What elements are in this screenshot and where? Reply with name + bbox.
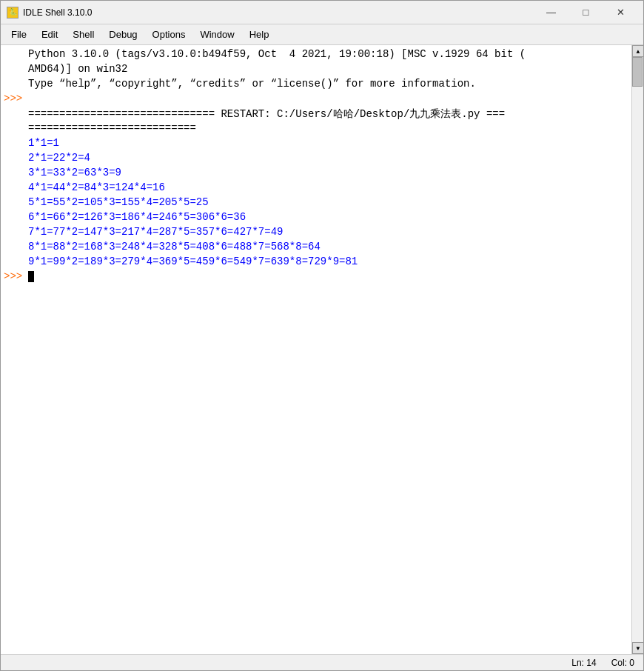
menu-help[interactable]: Help [242, 26, 277, 43]
prompt-empty-11 [1, 196, 27, 211]
line-content-1: Python 3.10.0 (tags/v3.10.0:b494f59, Oct… [27, 48, 631, 63]
prompt-empty-6 [1, 122, 27, 137]
line-7: 1*1=1 [1, 137, 631, 152]
menu-shell[interactable]: Shell [65, 26, 101, 43]
line-1: Python 3.10.0 (tags/v3.10.0:b494f59, Oct… [1, 48, 631, 63]
line-content-5: ============================== RESTART: … [27, 107, 631, 122]
line-4: >>> [1, 93, 631, 107]
line-content-12: 6*1=66*2=126*3=186*4=246*5=306*6=36 [27, 211, 631, 226]
title-bar: 🐍 IDLE Shell 3.10.0 — □ ✕ [1, 1, 643, 24]
line-3: Type “help”, “copyright”, “credits” or “… [1, 78, 631, 93]
prompt-4: >>> [1, 93, 27, 107]
line-content-15: 9*1=99*2=189*3=279*4=369*5=459*6=549*7=6… [27, 256, 631, 270]
scroll-down-button[interactable]: ▼ [632, 642, 643, 654]
line-content-14: 8*1=88*2=168*3=248*4=328*5=408*6=488*7=5… [27, 241, 631, 256]
line-content-3: Type “help”, “copyright”, “credits” or “… [27, 78, 631, 93]
line-content-13: 7*1=77*2=147*3=217*4=287*5=357*6=427*7=4… [27, 226, 631, 241]
shell-output[interactable]: Python 3.10.0 (tags/v3.10.0:b494f59, Oct… [1, 45, 631, 654]
prompt-empty-10 [1, 181, 27, 196]
minimize-button[interactable]: — [534, 4, 568, 21]
prompt-empty-13 [1, 226, 27, 241]
line-content-8: 2*1=22*2=4 [27, 152, 631, 167]
line-5: ============================== RESTART: … [1, 107, 631, 122]
line-15: 9*1=99*2=189*3=279*4=369*5=459*6=549*7=6… [1, 256, 631, 270]
menu-bar: File Edit Shell Debug Options Window Hel… [1, 24, 643, 45]
prompt-empty-5 [1, 107, 27, 122]
menu-window[interactable]: Window [192, 26, 241, 43]
line-content-16 [27, 270, 631, 285]
prompt-empty-3 [1, 78, 27, 93]
line-content-7: 1*1=1 [27, 137, 631, 152]
scrollbar-thumb[interactable] [632, 57, 643, 87]
line-6: =========================== [1, 122, 631, 137]
prompt-empty-12 [1, 211, 27, 226]
shell-content: Python 3.10.0 (tags/v3.10.0:b494f59, Oct… [1, 45, 643, 654]
line-12: 6*1=66*2=126*3=186*4=246*5=306*6=36 [1, 211, 631, 226]
prompt-empty-2 [1, 63, 27, 78]
menu-edit[interactable]: Edit [34, 26, 65, 43]
prompt-empty-8 [1, 152, 27, 167]
line-content-10: 4*1=44*2=84*3=124*4=16 [27, 181, 631, 196]
line-13: 7*1=77*2=147*3=217*4=287*5=357*6=427*7=4… [1, 226, 631, 241]
menu-options[interactable]: Options [145, 26, 193, 43]
line-16: >>> [1, 270, 631, 285]
prompt-empty-9 [1, 167, 27, 181]
line-content-6: =========================== [27, 122, 631, 137]
window-controls: — □ ✕ [534, 4, 637, 21]
prompt-empty-7 [1, 137, 27, 152]
line-9: 3*1=33*2=63*3=9 [1, 167, 631, 181]
line-14: 8*1=88*2=168*3=248*4=328*5=408*6=488*7=5… [1, 241, 631, 256]
prompt-empty-14 [1, 241, 27, 256]
col-number: Col: 0 [611, 658, 634, 668]
text-cursor [28, 271, 34, 282]
vertical-scrollbar[interactable]: ▲ ▼ [631, 45, 643, 654]
line-number: Ln: 14 [571, 658, 596, 668]
line-content-11: 5*1=55*2=105*3=155*4=205*5=25 [27, 196, 631, 211]
window-title: IDLE Shell 3.10.0 [23, 7, 534, 18]
line-11: 5*1=55*2=105*3=155*4=205*5=25 [1, 196, 631, 211]
scrollbar-track[interactable] [632, 57, 643, 642]
maximize-button[interactable]: □ [569, 4, 603, 21]
line-content-4 [27, 93, 631, 107]
menu-debug[interactable]: Debug [101, 26, 144, 43]
line-10: 4*1=44*2=84*3=124*4=16 [1, 181, 631, 196]
idle-shell-window: 🐍 IDLE Shell 3.10.0 — □ ✕ File Edit Shel… [0, 0, 644, 671]
app-icon: 🐍 [7, 7, 19, 19]
line-8: 2*1=22*2=4 [1, 152, 631, 167]
line-content-9: 3*1=33*2=63*3=9 [27, 167, 631, 181]
line-2: AMD64)] on win32 [1, 63, 631, 78]
status-bar: Ln: 14 Col: 0 [1, 654, 643, 670]
close-button[interactable]: ✕ [604, 4, 637, 21]
prompt-empty-1 [1, 48, 27, 63]
prompt-16: >>> [1, 270, 27, 285]
prompt-empty-15 [1, 256, 27, 270]
line-content-2: AMD64)] on win32 [27, 63, 631, 78]
menu-file[interactable]: File [4, 26, 34, 43]
scroll-up-button[interactable]: ▲ [632, 45, 643, 57]
